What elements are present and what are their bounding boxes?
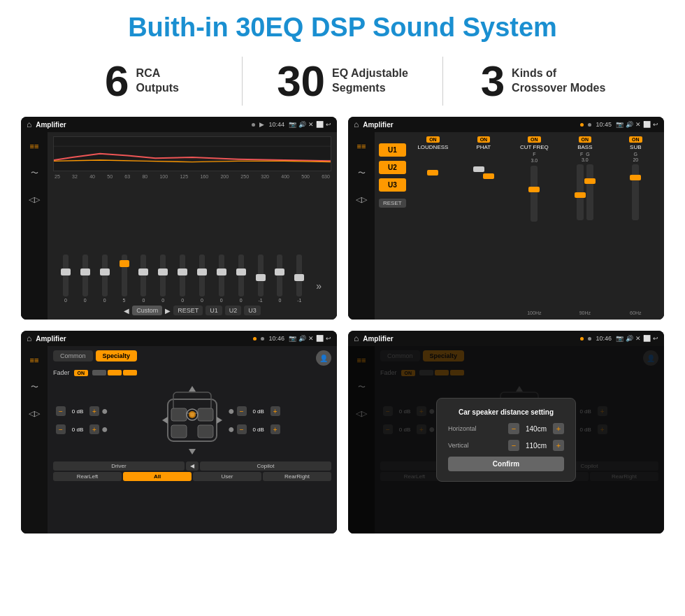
sub-slider[interactable] bbox=[632, 164, 639, 220]
eq-slider-3[interactable]: 5 bbox=[115, 255, 134, 303]
freq-320: 320 bbox=[261, 174, 269, 179]
eq-slider-9[interactable]: 0 bbox=[231, 255, 251, 303]
svg-rect-6 bbox=[171, 408, 187, 421]
horizontal-minus-btn[interactable]: − bbox=[508, 423, 519, 434]
spk-lt-plus[interactable]: + bbox=[89, 406, 99, 416]
cx-sidebar-speaker-icon[interactable]: ◁▷ bbox=[353, 191, 370, 208]
stat-label-crossover: Kinds ofCrossover Modes bbox=[512, 66, 605, 96]
eq-sliders: 0 0 0 5 0 bbox=[53, 181, 331, 303]
spk-rb-plus[interactable]: + bbox=[271, 424, 280, 434]
cx-sidebar-wave-icon[interactable]: 〜 bbox=[353, 164, 370, 181]
eq-u1-btn[interactable]: U1 bbox=[206, 306, 222, 315]
svg-point-12 bbox=[189, 411, 196, 418]
bottom-nav-row2: RearLeft All User RearRight bbox=[53, 472, 331, 481]
home-icon-4[interactable]: ⌂ bbox=[354, 334, 359, 343]
eq-slider-1[interactable]: 0 bbox=[75, 255, 95, 303]
vertical-stepper: − 110cm + bbox=[508, 440, 564, 451]
cutfreq-slider[interactable] bbox=[531, 166, 538, 222]
distance-dialog: Car speaker distance setting Horizontal … bbox=[436, 398, 576, 482]
status-dot-4b bbox=[588, 337, 591, 341]
user-btn[interactable]: User bbox=[193, 472, 261, 481]
eq-custom-btn[interactable]: Custom bbox=[132, 306, 162, 315]
common-tab[interactable]: Common bbox=[53, 350, 93, 361]
common-screen-mockup: ⌂ Amplifier 10:46 📷🔊✕⬜↩ ≡≡ 〜 ◁▷ Common S… bbox=[21, 331, 337, 533]
freq-500: 500 bbox=[301, 174, 310, 179]
rearright-btn[interactable]: RearRight bbox=[263, 472, 331, 481]
eq-slider-0[interactable]: 0 bbox=[56, 255, 75, 303]
profile-icon-3[interactable]: 👤 bbox=[316, 350, 331, 366]
copilot-btn[interactable]: Copilot bbox=[200, 461, 331, 471]
eq-next-icon[interactable]: ▶ bbox=[165, 307, 171, 315]
u2-button[interactable]: U2 bbox=[379, 161, 406, 174]
dialog-title: Car speaker distance setting bbox=[448, 408, 564, 416]
cx-bass: ON BASS F G 3.0 90Hz bbox=[561, 136, 609, 315]
stat-label-rca: RCAOutputs bbox=[136, 66, 179, 96]
spk-lb-val: 0 dB bbox=[68, 427, 87, 433]
cs-sidebar-wave-icon[interactable]: 〜 bbox=[26, 378, 43, 395]
eq-slider-5[interactable]: 0 bbox=[153, 255, 173, 303]
bass-slider-f[interactable] bbox=[577, 164, 584, 220]
spk-right-bot: ● − 0 dB + bbox=[228, 423, 329, 436]
u1-button[interactable]: U1 bbox=[379, 143, 406, 157]
eq-sidebar-eq-icon[interactable]: ≡≡ bbox=[26, 138, 43, 155]
eq-slider-7[interactable]: 0 bbox=[192, 255, 212, 303]
spk-lb-minus[interactable]: − bbox=[56, 424, 66, 434]
cx-phat: ON PHAT bbox=[459, 136, 507, 315]
cutfreq-on-badge: ON bbox=[528, 136, 541, 143]
eq-u3-btn[interactable]: U3 bbox=[244, 306, 261, 315]
home-icon-3[interactable]: ⌂ bbox=[27, 334, 31, 343]
eq-slider-11[interactable]: 0 bbox=[270, 255, 289, 303]
rearleft-btn[interactable]: RearLeft bbox=[53, 472, 122, 481]
spk-rb-minus[interactable]: − bbox=[237, 424, 247, 434]
crossover-left-sidebar: ≡≡ 〜 ◁▷ bbox=[348, 132, 375, 320]
crossover-content: ≡≡ 〜 ◁▷ U1 U2 U3 RESET ON LOUDNESS bbox=[348, 132, 664, 320]
spk-lb-plus[interactable]: + bbox=[89, 424, 99, 434]
crossover-screen-mockup: ⌂ Amplifier 10:45 📷🔊✕⬜↩ ≡≡ 〜 ◁▷ U1 U2 U3 bbox=[348, 117, 664, 320]
horizontal-plus-btn[interactable]: + bbox=[553, 423, 564, 434]
cs-sidebar-eq-icon[interactable]: ≡≡ bbox=[26, 352, 43, 368]
left-arrow-btn[interactable]: ◀ bbox=[186, 461, 199, 471]
eq-slider-2[interactable]: 0 bbox=[95, 255, 115, 303]
driver-btn[interactable]: Driver bbox=[53, 461, 185, 471]
eq-reset-btn[interactable]: RESET bbox=[173, 306, 203, 315]
svg-rect-8 bbox=[171, 425, 187, 438]
spk-lt-minus[interactable]: − bbox=[56, 406, 66, 416]
spk-rt-plus[interactable]: + bbox=[271, 406, 280, 416]
u3-button[interactable]: U3 bbox=[379, 178, 406, 192]
confirm-button[interactable]: Confirm bbox=[448, 457, 564, 471]
crossover-panel: U1 U2 U3 RESET ON LOUDNESS bbox=[375, 132, 664, 320]
all-btn[interactable]: All bbox=[123, 472, 192, 481]
cx-reset-btn[interactable]: RESET bbox=[379, 199, 406, 208]
specialty-tab[interactable]: Specialty bbox=[96, 350, 138, 361]
status-bar-4: ⌂ Amplifier 10:46 📷🔊✕⬜↩ bbox=[348, 331, 664, 346]
stat-number-6: 6 bbox=[105, 59, 129, 103]
eq-slider-12[interactable]: -1 bbox=[289, 255, 309, 303]
eq-slider-4[interactable]: 0 bbox=[134, 255, 153, 303]
home-icon-1[interactable]: ⌂ bbox=[27, 120, 31, 129]
eq-slider-8[interactable]: 0 bbox=[212, 255, 231, 303]
eq-prev-icon[interactable]: ◀ bbox=[124, 307, 129, 315]
spk-rt-val: 0 dB bbox=[249, 408, 268, 415]
home-icon-2[interactable]: ⌂ bbox=[354, 120, 359, 129]
freq-400: 400 bbox=[281, 174, 289, 179]
eq-sidebar-speaker-icon[interactable]: ◁▷ bbox=[26, 191, 43, 208]
eq-u2-btn[interactable]: U2 bbox=[225, 306, 242, 315]
cx-sidebar-eq-icon[interactable]: ≡≡ bbox=[353, 138, 370, 155]
eq-more-icon[interactable]: » bbox=[309, 280, 329, 303]
bass-slider-g[interactable] bbox=[586, 164, 593, 220]
bass-label: BASS bbox=[577, 144, 592, 150]
eq-slider-10[interactable]: -1 bbox=[251, 255, 271, 303]
status-bar-1: ⌂ Amplifier ▶ 10:44 📷🔊✕⬜↩ bbox=[21, 117, 337, 132]
eq-sidebar-wave-icon[interactable]: 〜 bbox=[26, 164, 43, 181]
vertical-minus-btn[interactable]: − bbox=[508, 440, 519, 451]
fader-row: Fader ON bbox=[53, 369, 331, 376]
svg-marker-16 bbox=[217, 417, 222, 424]
eq-slider-6[interactable]: 0 bbox=[173, 255, 192, 303]
status-time-1: 10:44 bbox=[268, 121, 284, 128]
vertical-plus-btn[interactable]: + bbox=[553, 440, 564, 451]
sub-on-badge: ON bbox=[629, 136, 642, 143]
cs-sidebar-speaker-icon[interactable]: ◁▷ bbox=[26, 405, 43, 422]
freq-63: 63 bbox=[124, 174, 130, 179]
spk-rt-minus[interactable]: − bbox=[237, 406, 247, 416]
bottom-nav-row: Driver ◀ Copilot bbox=[53, 461, 331, 471]
